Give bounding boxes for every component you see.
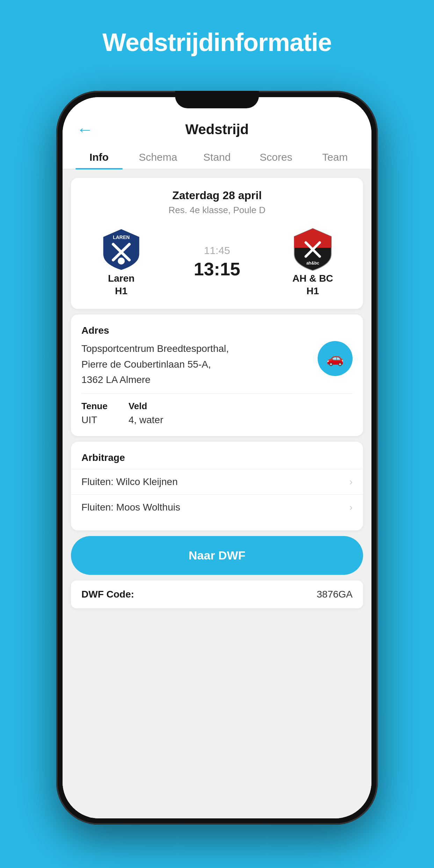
address-label: Adres: [81, 325, 353, 336]
arbitrage-section: Arbitrage Fluiten: Wilco Kleijnen › Flui…: [71, 442, 363, 530]
away-team-name: AH & BC H1: [292, 272, 333, 298]
svg-text:ah&bc: ah&bc: [306, 261, 319, 266]
chevron-right-icon-1: ›: [349, 502, 353, 513]
match-time: 11:45: [204, 245, 230, 256]
tab-stand[interactable]: Stand: [188, 144, 247, 169]
home-team-logo: LAREN: [99, 227, 144, 272]
tenue-label: Tenue: [81, 401, 108, 412]
address-section: Adres Topsportcentrum Breedtesporthal,Pi…: [71, 314, 363, 436]
match-card: Zaterdag 28 april Res. 4e klasse, Poule …: [71, 178, 363, 309]
match-teams: LAREN Laren H1 11:45 13:15: [79, 227, 355, 298]
tab-scores[interactable]: Scores: [246, 144, 305, 169]
match-date: Zaterdag 28 april: [79, 189, 355, 202]
home-team-name: Laren H1: [108, 272, 135, 298]
page-background-title: Wedstrijdinformatie: [0, 0, 434, 57]
content-area: Zaterdag 28 april Res. 4e klasse, Poule …: [63, 169, 371, 818]
phone-frame: ← Wedstrijd Info Schema Stand Scores Tea…: [56, 91, 378, 825]
navigate-button[interactable]: 🚗: [318, 341, 353, 376]
match-class: Res. 4e klasse, Poule D: [79, 205, 355, 216]
match-score: 13:15: [194, 259, 240, 280]
header-title: Wedstrijd: [185, 122, 249, 137]
arbitrage-item-0[interactable]: Fluiten: Wilco Kleijnen ›: [71, 469, 363, 494]
svg-point-2: [118, 258, 125, 265]
tab-bar: Info Schema Stand Scores Team: [63, 144, 371, 169]
veld-value: 4, water: [129, 414, 164, 426]
chevron-right-icon-0: ›: [349, 476, 353, 487]
veld-block: Veld 4, water: [129, 401, 164, 426]
tab-schema[interactable]: Schema: [129, 144, 188, 169]
away-team-logo: ah&bc: [290, 227, 335, 272]
dwf-code-row: DWF Code: 3876GA: [71, 580, 363, 608]
arbitrage-item-1[interactable]: Fluiten: Moos Wolthuis ›: [71, 494, 363, 520]
car-icon: 🚗: [326, 350, 344, 367]
screen-inner: ← Wedstrijd Info Schema Stand Scores Tea…: [63, 97, 371, 818]
away-team-block: ah&bc AH & BC H1: [274, 227, 351, 298]
address-text: Topsportcentrum Breedtesporthal,Pierre d…: [81, 341, 311, 388]
score-block: 11:45 13:15: [160, 245, 274, 280]
arbitrage-label: Arbitrage: [71, 452, 363, 469]
phone-notch: [175, 91, 259, 108]
address-row: Topsportcentrum Breedtesporthal,Pierre d…: [81, 341, 353, 388]
phone-screen: ← Wedstrijd Info Schema Stand Scores Tea…: [63, 97, 371, 818]
tab-info[interactable]: Info: [70, 144, 129, 169]
svg-text:LAREN: LAREN: [113, 234, 130, 240]
dwf-button[interactable]: Naar DWF: [71, 536, 363, 575]
arbitrage-name-0: Fluiten: Wilco Kleijnen: [81, 476, 178, 487]
home-team-block: LAREN Laren H1: [83, 227, 160, 298]
arbitrage-name-1: Fluiten: Moos Wolthuis: [81, 502, 180, 513]
back-button[interactable]: ←: [77, 120, 93, 139]
tenue-veld-row: Tenue UIT Veld 4, water: [81, 393, 353, 426]
veld-label: Veld: [129, 401, 164, 412]
dwf-section: Naar DWF: [71, 536, 363, 575]
dwf-code-label: DWF Code:: [81, 589, 134, 600]
dwf-code-value: 3876GA: [317, 589, 353, 600]
tenue-block: Tenue UIT: [81, 401, 108, 426]
tenue-value: UIT: [81, 414, 108, 426]
tab-team[interactable]: Team: [305, 144, 364, 169]
